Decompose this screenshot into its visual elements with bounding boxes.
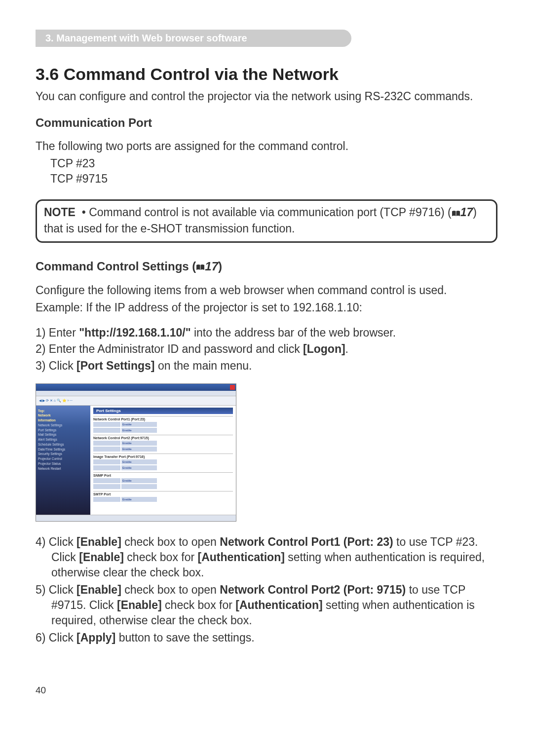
setting-value-cell: Enable — [121, 422, 157, 427]
step-item: 1) Enter "http://192.168.1.10/" into the… — [36, 325, 497, 340]
settings-row: Enable — [93, 465, 233, 470]
main-panel: Port Settings Network Control Port1 (Por… — [90, 406, 236, 520]
setting-value-cell: Enable — [121, 441, 157, 446]
setting-value-cell: Enable — [121, 447, 157, 452]
settings-row: Enable — [93, 422, 233, 427]
note-box: NOTE • Command control is not available … — [36, 199, 497, 242]
sidebar: Top:NetworkInformationNetwork SettingsPo… — [36, 406, 90, 520]
step-item: 5) Click [Enable] check box to open Netw… — [36, 582, 497, 628]
sidebar-item: Top: — [38, 409, 88, 414]
setting-value-cell: Enable — [121, 465, 157, 470]
settings-row: Enable — [93, 447, 233, 452]
browser-menubar — [36, 391, 236, 396]
setting-name-cell — [93, 428, 120, 433]
setting-name-cell — [93, 447, 120, 452]
page-number: 40 — [36, 685, 497, 696]
step-item: 4) Click [Enable] check box to open Netw… — [36, 534, 497, 580]
intro-paragraph: You can configure and control the projec… — [36, 89, 497, 104]
setting-value-cell — [121, 484, 157, 489]
port-item: TCP #9715 — [50, 171, 497, 187]
settings-row: Enable — [93, 497, 233, 502]
sidebar-item: Security Settings — [38, 452, 88, 456]
sidebar-item: Alert Settings — [38, 437, 88, 442]
command-control-settings-heading: Command Control Settings (17) — [36, 260, 497, 274]
setting-value-cell: Enable — [121, 497, 157, 502]
page-root: 3. Management with Web browser software … — [0, 0, 533, 716]
sidebar-item: Network — [38, 413, 88, 418]
sidebar-item: Information — [38, 418, 88, 423]
port-settings-screenshot: ◀ ▶ ⟳ ✕ ⌂ 🔍 ⭐ › ··· Top:NetworkInformati… — [36, 383, 236, 522]
setting-name-cell — [93, 441, 120, 446]
ref-number: 17 — [460, 206, 473, 219]
setting-name-cell — [93, 484, 120, 489]
setting-name-cell — [93, 465, 120, 470]
steps-list-2: 4) Click [Enable] check box to open Netw… — [36, 534, 497, 645]
sidebar-item: Network Settings — [38, 423, 88, 428]
settings-row: Enable — [93, 478, 233, 483]
setting-value-cell: Enable — [121, 428, 157, 433]
panel-title: Port Settings — [93, 408, 233, 414]
sidebar-item: Mail Settings — [38, 432, 88, 437]
book-icon — [452, 206, 460, 221]
close-icon — [230, 385, 235, 390]
setting-name-cell — [93, 422, 120, 427]
settings-section-label: Network Control Port1 (Port:23) — [93, 416, 233, 421]
setting-value-cell: Enable — [121, 478, 157, 483]
setting-name-cell — [93, 497, 120, 502]
book-icon — [196, 260, 205, 274]
note-text: Command control is not available via com… — [89, 206, 452, 219]
port-list: TCP #23 TCP #9715 — [50, 156, 497, 187]
steps-list-1: 1) Enter "http://192.168.1.10/" into the… — [36, 325, 497, 373]
sidebar-item: Schedule Settings — [38, 442, 88, 447]
config-text: Configure the following items from a web… — [36, 283, 497, 298]
settings-row — [93, 484, 233, 489]
sidebar-item: Date/Time Settings — [38, 447, 88, 452]
ref-number: 17 — [205, 260, 218, 273]
note-label: NOTE — [44, 206, 76, 219]
sidebar-item: Projector Control — [38, 456, 88, 461]
step-item: 3) Click [Port Settings] on the main men… — [36, 358, 497, 374]
settings-row: Enable — [93, 441, 233, 446]
settings-row: Enable — [93, 459, 233, 464]
setting-name-cell — [93, 459, 120, 464]
settings-section-label: Network Control Port2 (Port:9715) — [93, 435, 233, 440]
settings-section-label: SMTP Port — [93, 491, 233, 496]
step-item: 6) Click [Apply] button to save the sett… — [36, 630, 497, 645]
settings-section-label: SNMP Port — [93, 472, 233, 477]
window-titlebar — [36, 384, 236, 391]
section-title: 3.6 Command Control via the Network — [36, 65, 497, 84]
step-item: 2) Enter the Administrator ID and passwo… — [36, 341, 497, 357]
sidebar-item: Network Restart — [38, 466, 88, 471]
config-example: Example: If the IP address of the projec… — [36, 300, 497, 315]
sidebar-item: Port Settings — [38, 428, 88, 433]
breadcrumb: 3. Management with Web browser software — [36, 30, 351, 47]
browser-statusbar — [36, 515, 236, 521]
settings-section-label: Image Transfer Port (Port:9716) — [93, 454, 233, 458]
communication-port-text: The following two ports are assigned for… — [36, 139, 497, 154]
setting-name-cell — [93, 478, 120, 483]
setting-value-cell: Enable — [121, 459, 157, 464]
settings-row: Enable — [93, 428, 233, 433]
browser-toolbar: ◀ ▶ ⟳ ✕ ⌂ 🔍 ⭐ › ··· — [36, 396, 236, 406]
communication-port-heading: Communication Port — [36, 116, 497, 130]
bullet: • — [82, 206, 86, 219]
sidebar-item: Projector Status — [38, 461, 88, 466]
port-item: TCP #23 — [50, 156, 497, 171]
